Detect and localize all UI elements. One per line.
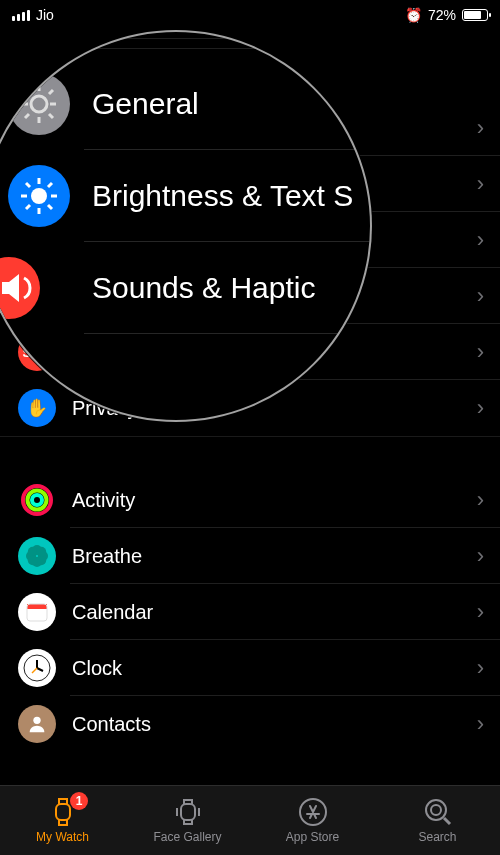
chevron-right-icon: › xyxy=(477,339,484,365)
tab-app-store[interactable]: App Store xyxy=(250,786,375,855)
tab-label: App Store xyxy=(286,830,339,844)
activity-rings-icon xyxy=(18,481,56,519)
chevron-right-icon: › xyxy=(477,599,484,625)
carrier-label: Jio xyxy=(36,7,54,23)
svg-line-27 xyxy=(26,183,30,187)
tab-label: My Watch xyxy=(36,830,89,844)
row-clock[interactable]: Clock › xyxy=(0,640,500,696)
svg-point-34 xyxy=(426,800,446,820)
svg-point-35 xyxy=(431,805,441,815)
chevron-right-icon: › xyxy=(477,395,484,421)
breathe-icon xyxy=(18,537,56,575)
svg-point-4 xyxy=(32,495,42,505)
svg-point-20 xyxy=(33,717,40,724)
svg-rect-13 xyxy=(27,604,47,609)
row-contacts[interactable]: Contacts › xyxy=(0,696,500,752)
alarm-icon: ⏰ xyxy=(405,7,422,23)
section-separator xyxy=(0,436,500,472)
battery-percentage: 72% xyxy=(428,7,456,23)
tab-bar: 1 My Watch Face Gallery App Store Search xyxy=(0,785,500,855)
lens-label: General xyxy=(92,87,199,121)
row-calendar[interactable]: Calendar › xyxy=(0,584,500,640)
status-bar: Jio ⏰ 72% xyxy=(0,0,500,30)
lens-row-brightness[interactable]: Brightness & Text S xyxy=(0,150,370,242)
row-label: Calendar xyxy=(72,601,153,624)
row-activity[interactable]: Activity › xyxy=(0,472,500,528)
svg-point-22 xyxy=(31,188,47,204)
chevron-right-icon: › xyxy=(477,543,484,569)
sounds-icon xyxy=(0,257,40,319)
chevron-right-icon: › xyxy=(477,283,484,309)
search-icon xyxy=(423,797,453,827)
brightness-icon xyxy=(8,165,70,227)
svg-rect-14 xyxy=(27,609,47,621)
calendar-icon xyxy=(18,593,56,631)
hand-icon: ✋ xyxy=(18,389,56,427)
chevron-right-icon: › xyxy=(477,115,484,141)
tab-my-watch[interactable]: 1 My Watch xyxy=(0,786,125,855)
row-label: Breathe xyxy=(72,545,142,568)
svg-point-21 xyxy=(31,96,47,112)
svg-point-11 xyxy=(28,555,38,565)
tab-label: Face Gallery xyxy=(153,830,221,844)
tab-face-gallery[interactable]: Face Gallery xyxy=(125,786,250,855)
tab-label: Search xyxy=(418,830,456,844)
svg-rect-31 xyxy=(56,804,70,820)
battery-icon xyxy=(462,9,488,21)
chevron-right-icon: › xyxy=(477,171,484,197)
svg-rect-32 xyxy=(181,804,195,820)
svg-line-36 xyxy=(444,818,450,824)
tab-search[interactable]: Search xyxy=(375,786,500,855)
lens-label: Brightness & Text S xyxy=(92,179,353,213)
contacts-icon xyxy=(18,705,56,743)
signal-bars-icon xyxy=(12,10,30,21)
chevron-right-icon: › xyxy=(477,227,484,253)
svg-line-29 xyxy=(26,205,30,209)
row-label: Contacts xyxy=(72,713,151,736)
row-label: Activity xyxy=(72,489,135,512)
lens-label: Sounds & Haptic xyxy=(92,271,315,305)
clock-icon xyxy=(18,649,56,687)
svg-line-30 xyxy=(48,183,52,187)
svg-line-28 xyxy=(48,205,52,209)
row-label: Clock xyxy=(72,657,122,680)
chevron-right-icon: › xyxy=(477,487,484,513)
chevron-right-icon: › xyxy=(477,711,484,737)
lens-row-sounds[interactable]: Sounds & Haptic xyxy=(0,242,370,334)
svg-point-12 xyxy=(36,547,46,557)
app-store-icon xyxy=(298,797,328,827)
chevron-right-icon: › xyxy=(477,655,484,681)
tab-badge: 1 xyxy=(70,792,88,810)
row-breathe[interactable]: Breathe › xyxy=(0,528,500,584)
face-gallery-icon xyxy=(173,797,203,827)
